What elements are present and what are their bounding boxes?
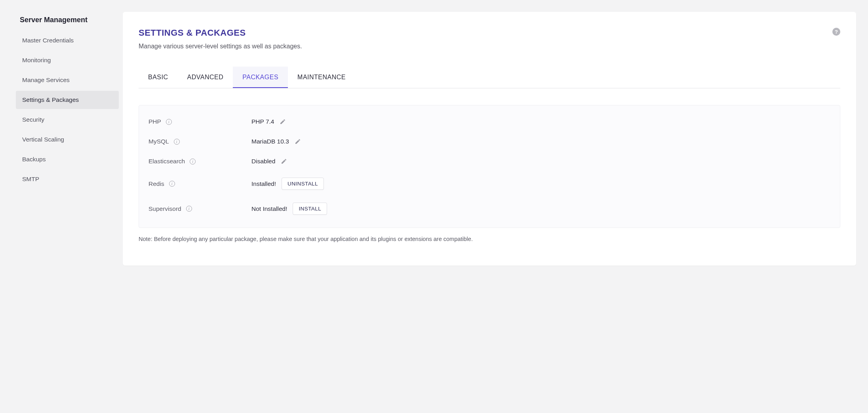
tab-basic[interactable]: BASIC: [139, 67, 178, 88]
uninstall-button[interactable]: UNINSTALL: [282, 178, 324, 190]
label-php: PHP: [148, 118, 161, 125]
note-text: Note: Before deploying any particular pa…: [139, 236, 840, 242]
help-icon[interactable]: ?: [832, 28, 840, 36]
sidebar-item-monitoring[interactable]: Monitoring: [16, 51, 119, 69]
sidebar-item-smtp[interactable]: SMTP: [16, 170, 119, 188]
sidebar-item-security[interactable]: Security: [16, 111, 119, 129]
packages-panel: PHP i PHP 7.4 MySQL i MariaDB 10.3: [139, 105, 840, 228]
label-redis: Redis: [148, 180, 164, 187]
sidebar-title: Server Management: [16, 12, 119, 31]
tab-maintenance[interactable]: MAINTENANCE: [288, 67, 355, 88]
info-icon[interactable]: i: [190, 159, 196, 164]
pencil-icon[interactable]: [280, 119, 286, 125]
info-icon[interactable]: i: [166, 119, 172, 125]
install-button[interactable]: INSTALL: [293, 203, 327, 215]
label-supervisord: Supervisord: [148, 205, 181, 212]
sidebar: Server Management Master Credentials Mon…: [4, 12, 123, 190]
sidebar-item-master-credentials[interactable]: Master Credentials: [16, 31, 119, 50]
tabs: BASIC ADVANCED PACKAGES MAINTENANCE: [139, 67, 840, 88]
page-subtitle: Manage various server-level settings as …: [139, 43, 302, 50]
row-supervisord: Supervisord i Not Installed! INSTALL: [139, 196, 840, 221]
value-elasticsearch: Disabled: [251, 158, 275, 165]
pencil-icon[interactable]: [281, 158, 287, 164]
info-icon[interactable]: i: [169, 181, 175, 187]
info-icon[interactable]: i: [186, 206, 192, 212]
main-panel: SETTINGS & PACKAGES Manage various serve…: [123, 12, 856, 266]
row-elasticsearch: Elasticsearch i Disabled: [139, 151, 840, 171]
sidebar-item-manage-services[interactable]: Manage Services: [16, 71, 119, 89]
tab-advanced[interactable]: ADVANCED: [178, 67, 233, 88]
row-mysql: MySQL i MariaDB 10.3: [139, 132, 840, 151]
value-php: PHP 7.4: [251, 118, 274, 125]
label-elasticsearch: Elasticsearch: [148, 158, 185, 165]
pencil-icon[interactable]: [295, 138, 301, 145]
info-icon[interactable]: i: [174, 139, 180, 145]
tab-packages[interactable]: PACKAGES: [233, 67, 288, 88]
sidebar-item-backups[interactable]: Backups: [16, 150, 119, 168]
sidebar-item-vertical-scaling[interactable]: Vertical Scaling: [16, 130, 119, 149]
row-redis: Redis i Installed! UNINSTALL: [139, 171, 840, 196]
sidebar-item-settings-packages[interactable]: Settings & Packages: [16, 91, 119, 109]
label-mysql: MySQL: [148, 138, 169, 145]
value-supervisord: Not Installed!: [251, 205, 287, 212]
value-redis: Installed!: [251, 180, 276, 187]
page-title: SETTINGS & PACKAGES: [139, 28, 302, 38]
row-php: PHP i PHP 7.4: [139, 112, 840, 132]
value-mysql: MariaDB 10.3: [251, 138, 289, 145]
